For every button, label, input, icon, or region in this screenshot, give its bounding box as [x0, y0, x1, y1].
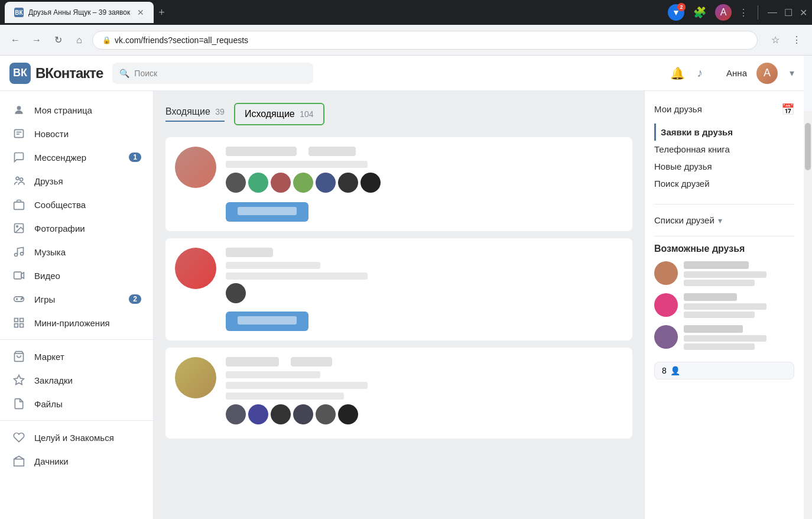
user-avatar[interactable]: А: [756, 63, 778, 84]
sidebar-label-music: Музыка: [34, 247, 141, 257]
search-friends-link[interactable]: Поиск друзей: [654, 175, 794, 192]
mutual-avatar-3-6[interactable]: [338, 404, 358, 424]
mutual-avatar-3-2[interactable]: [248, 404, 268, 424]
notifications-icon[interactable]: 🔔: [670, 66, 685, 80]
close-button[interactable]: ✕: [800, 7, 807, 18]
mutual-avatar-1-4[interactable]: [293, 173, 313, 193]
mutual-avatar-1-3[interactable]: [271, 173, 291, 193]
friend-avatar-3[interactable]: [175, 357, 216, 398]
home-button[interactable]: ⌂: [71, 32, 87, 48]
sidebar-item-bookmarks[interactable]: Закладки: [0, 368, 153, 392]
nav-divider: [0, 339, 153, 340]
mutual-avatar-1-7[interactable]: [360, 173, 381, 193]
outgoing-tab[interactable]: Исходящие 104: [234, 103, 324, 125]
sidebar-item-photos[interactable]: Фотографии: [0, 216, 153, 240]
music-icon[interactable]: ♪: [697, 66, 703, 80]
friend-requests-link[interactable]: Заявки в друзья: [661, 124, 794, 141]
sidebar-item-friends[interactable]: Друзья: [0, 169, 153, 193]
address-input[interactable]: 🔒 vk.com/friends?section=all_requests: [92, 31, 758, 50]
sidebar-item-communities[interactable]: Сообщества: [0, 193, 153, 216]
menu-button[interactable]: ⋮: [788, 32, 805, 48]
friends-lists-link[interactable]: Списки друзей: [654, 212, 714, 229]
sidebar-item-files[interactable]: Файлы: [0, 392, 153, 416]
add-friend-button-1[interactable]: [226, 202, 308, 222]
tab-close-button[interactable]: ✕: [137, 8, 144, 17]
friend-name-blur-1: [226, 147, 297, 156]
new-tab-button[interactable]: +: [154, 7, 170, 19]
vk-search-box[interactable]: 🔍 Поиск: [112, 63, 313, 84]
pf-name-2: [684, 293, 737, 301]
possible-friend-avatar-1[interactable]: [654, 261, 678, 285]
sidebar-label-photos: Фотографии: [34, 223, 141, 233]
possible-friend-avatar-2[interactable]: [654, 293, 678, 317]
reload-button[interactable]: ↻: [50, 32, 66, 48]
bookmark-star-icon[interactable]: ☆: [767, 32, 784, 48]
possible-friend-info-2: [684, 293, 794, 318]
vk-logo-text: ВКонтакте: [35, 65, 103, 82]
possible-friend-info-3: [684, 325, 794, 350]
calendar-icon[interactable]: 📅: [781, 103, 794, 116]
scrollbar-track[interactable]: [804, 111, 812, 519]
extensions-button[interactable]: 🧩: [691, 4, 708, 21]
mutual-avatar-1-5[interactable]: [316, 173, 336, 193]
incoming-tab[interactable]: Входящие 39: [165, 106, 225, 122]
mutual-avatar-3-3[interactable]: [271, 404, 291, 424]
sidebar-item-messenger[interactable]: Мессенджер 1: [0, 145, 153, 169]
phonebook-link[interactable]: Телефонная книга: [654, 141, 794, 158]
friend-request-card-1: [165, 137, 632, 231]
pf-text-1a: [684, 271, 766, 278]
back-button[interactable]: ←: [7, 32, 24, 48]
action-btn-text-1: [238, 207, 297, 215]
outgoing-count: 104: [300, 109, 313, 119]
maximize-button[interactable]: ☐: [784, 7, 792, 18]
sidebar-item-dacha[interactable]: Дачники: [0, 449, 153, 473]
friend-avatar-2[interactable]: [175, 248, 216, 289]
mutual-avatar-1-6[interactable]: [338, 173, 358, 193]
friends-icon: [12, 174, 26, 188]
extension-icon[interactable]: ▼ 2: [668, 4, 684, 21]
svg-rect-19: [20, 324, 24, 327]
sidebar-item-kissmeet[interactable]: Целуй и Знакомься: [0, 426, 153, 449]
sidebar-item-video[interactable]: Видео: [0, 264, 153, 287]
my-friends-link[interactable]: Мои друзья: [654, 100, 702, 118]
sidebar-item-games[interactable]: Игры 2: [0, 287, 153, 311]
games-badge: 2: [129, 294, 141, 304]
count-friends-button[interactable]: 8 👤: [654, 362, 794, 379]
vk-logo[interactable]: ВК ВКонтакте: [9, 63, 103, 84]
possible-friend-avatar-3[interactable]: [654, 325, 678, 349]
vk-header: ВК ВКонтакте 🔍 Поиск 🔔 ♪ Анна А ▾: [0, 56, 804, 91]
sidebar-item-market[interactable]: Маркет: [0, 345, 153, 368]
sidebar-item-news[interactable]: Новости: [0, 122, 153, 145]
active-tab[interactable]: ВК Друзья Анны Ящук – 39 заявок ✕: [5, 2, 154, 23]
more-options-button[interactable]: ⋮: [739, 7, 748, 18]
mutual-avatar-2-1[interactable]: [226, 283, 246, 303]
sidebar-item-music[interactable]: Музыка: [0, 240, 153, 264]
mutual-avatar-3-1[interactable]: [226, 404, 246, 424]
mutual-avatar-3-5[interactable]: [316, 404, 336, 424]
mutual-avatar-1-2[interactable]: [248, 173, 268, 193]
lists-dropdown-arrow[interactable]: ▾: [718, 216, 722, 225]
minimize-button[interactable]: —: [768, 7, 777, 18]
user-dropdown-arrow[interactable]: ▾: [790, 67, 794, 79]
kissmeet-icon: [12, 430, 26, 445]
chrome-user-avatar[interactable]: A: [715, 4, 732, 21]
add-friend-button-2[interactable]: [226, 312, 308, 331]
scrollbar-thumb[interactable]: [805, 123, 811, 170]
mutual-avatar-3-4[interactable]: [293, 404, 313, 424]
new-friends-link[interactable]: Новые друзья: [654, 158, 794, 175]
svg-rect-22: [14, 459, 24, 466]
photos-icon: [12, 221, 26, 235]
svg-point-8: [17, 226, 18, 228]
forward-button[interactable]: →: [28, 32, 45, 48]
sidebar-item-my-page[interactable]: Моя страница: [0, 98, 153, 122]
svg-marker-21: [14, 375, 24, 385]
mutual-avatar-1-1[interactable]: [226, 173, 246, 193]
tab-favicon: ВК: [14, 8, 24, 17]
possible-friend-2: [654, 293, 794, 318]
friend-avatar-1[interactable]: [175, 147, 216, 188]
search-icon: 🔍: [119, 69, 129, 78]
rs-divider-1: [654, 204, 794, 205]
incoming-tab-wrapper: Входящие 39: [165, 106, 225, 122]
svg-point-10: [21, 252, 24, 255]
sidebar-item-miniapps[interactable]: Мини-приложения: [0, 311, 153, 335]
